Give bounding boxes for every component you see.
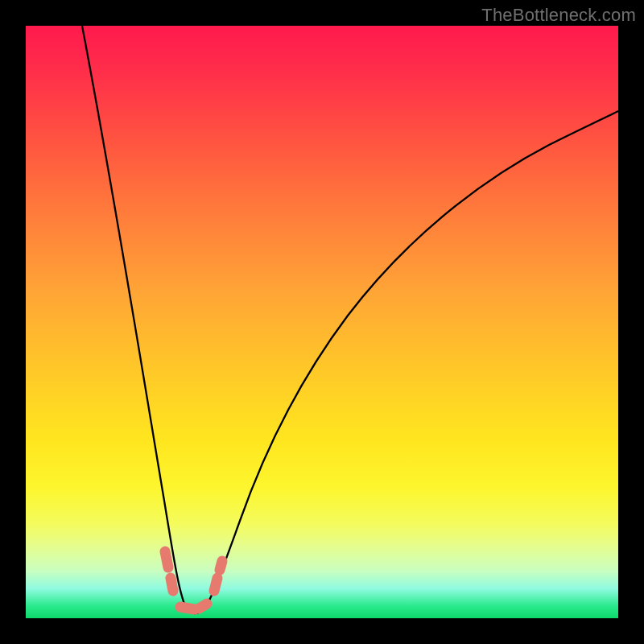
marker-dot: [165, 551, 168, 568]
plot-area: [26, 26, 618, 618]
curve-left-branch: [82, 26, 204, 613]
bottleneck-curve: [26, 26, 618, 618]
curve-right-branch: [204, 111, 618, 609]
watermark-text: TheBottleneck.com: [481, 5, 636, 26]
marker-dot: [180, 607, 195, 609]
marker-dot: [220, 561, 222, 570]
marker-dot: [199, 604, 207, 609]
marker-dot: [171, 578, 173, 591]
marker-dot: [214, 578, 217, 591]
chart-frame: TheBottleneck.com: [0, 0, 644, 644]
